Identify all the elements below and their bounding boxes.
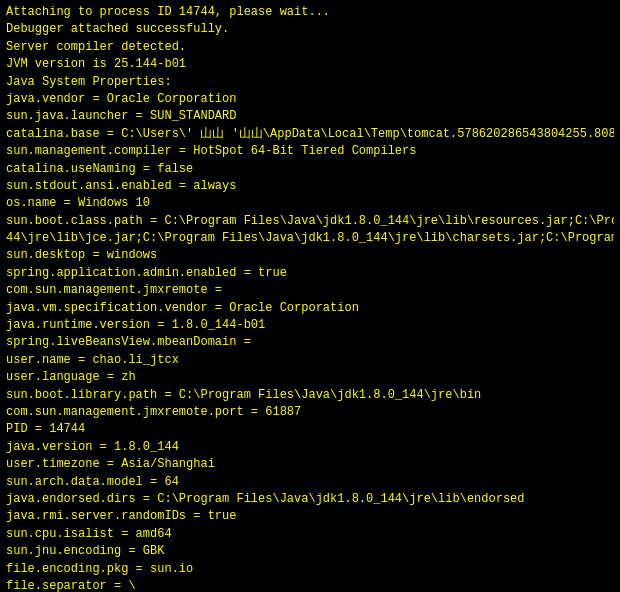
terminal-line: java.version = 1.8.0_144 [6, 439, 614, 456]
terminal-line: file.encoding.pkg = sun.io [6, 561, 614, 578]
terminal-line: java.vm.specification.vendor = Oracle Co… [6, 300, 614, 317]
terminal-line: user.language = zh [6, 369, 614, 386]
terminal-line: sun.java.launcher = SUN_STANDARD [6, 108, 614, 125]
terminal-line: Debugger attached successfully. [6, 21, 614, 38]
terminal-line: Attaching to process ID 14744, please wa… [6, 4, 614, 21]
terminal-line: file.separator = \ [6, 578, 614, 592]
terminal-line: Server compiler detected. [6, 39, 614, 56]
terminal-line: spring.application.admin.enabled = true [6, 265, 614, 282]
terminal-line: sun.desktop = windows [6, 247, 614, 264]
terminal-line: java.runtime.version = 1.8.0_144-b01 [6, 317, 614, 334]
terminal-line: java.vendor = Oracle Corporation [6, 91, 614, 108]
terminal-line: java.endorsed.dirs = C:\Program Files\Ja… [6, 491, 614, 508]
terminal-line: java.rmi.server.randomIDs = true [6, 508, 614, 525]
terminal-line: sun.boot.library.path = C:\Program Files… [6, 387, 614, 404]
terminal-line: com.sun.management.jmxremote = [6, 282, 614, 299]
terminal-line: Java System Properties: [6, 74, 614, 91]
terminal-line: catalina.base = C:\Users\' 山山 '山山\AppDat… [6, 126, 614, 143]
terminal-line: sun.boot.class.path = C:\Program Files\J… [6, 213, 614, 230]
terminal-line: sun.jnu.encoding = GBK [6, 543, 614, 560]
terminal-line: sun.arch.data.model = 64 [6, 474, 614, 491]
terminal-line: sun.management.compiler = HotSpot 64-Bit… [6, 143, 614, 160]
terminal-line: os.name = Windows 10 [6, 195, 614, 212]
terminal-line: 44\jre\lib\jce.jar;C:\Program Files\Java… [6, 230, 614, 247]
terminal-line: user.timezone = Asia/Shanghai [6, 456, 614, 473]
terminal-line: JVM version is 25.144-b01 [6, 56, 614, 73]
terminal-line: com.sun.management.jmxremote.port = 6188… [6, 404, 614, 421]
terminal-line: spring.liveBeansView.mbeanDomain = [6, 334, 614, 351]
terminal-line: user.name = chao.li_jtcx [6, 352, 614, 369]
terminal-line: catalina.useNaming = false [6, 161, 614, 178]
terminal-line: sun.cpu.isalist = amd64 [6, 526, 614, 543]
terminal-line: sun.stdout.ansi.enabled = always [6, 178, 614, 195]
terminal-line: PID = 14744 [6, 421, 614, 438]
terminal-output: Attaching to process ID 14744, please wa… [0, 0, 620, 592]
